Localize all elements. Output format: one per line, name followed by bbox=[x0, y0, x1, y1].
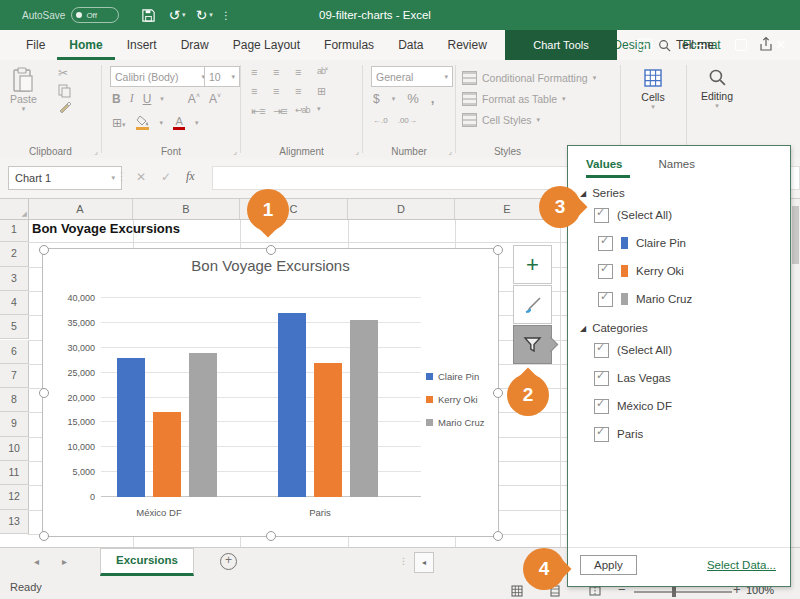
chart-selection-handle[interactable] bbox=[266, 245, 276, 255]
hscroll-left-button[interactable]: ◂ bbox=[414, 552, 434, 573]
y-axis-tick-label: 20,000 bbox=[49, 393, 95, 403]
legend-item-kerry-oki[interactable]: Kerry Oki bbox=[426, 394, 484, 405]
legend-item-claire-pin[interactable]: Claire Pin bbox=[426, 371, 484, 382]
bar-kerry-oki-m-xico-df[interactable] bbox=[153, 412, 181, 497]
sheet-nav-left-icon[interactable]: ◂ bbox=[34, 556, 39, 567]
cell-A1[interactable]: Bon Voyage Excursions bbox=[32, 221, 180, 236]
font-dialog-launcher-icon[interactable]: ⌟ bbox=[233, 147, 237, 156]
select-data-link[interactable]: Select Data... bbox=[707, 559, 776, 571]
chart-styles-button[interactable] bbox=[513, 285, 552, 324]
increase-indent-icon: ⇥≡ bbox=[273, 105, 295, 118]
category-checkbox-select-all[interactable]: ✓ bbox=[594, 343, 609, 358]
row-header-2[interactable]: 2 bbox=[0, 242, 29, 266]
chart-title[interactable]: Bon Voyage Excursions bbox=[43, 257, 498, 274]
bar-mario-cruz-paris[interactable] bbox=[350, 320, 378, 497]
zoom-slider-track[interactable] bbox=[634, 591, 732, 593]
chart-selection-handle[interactable] bbox=[39, 531, 49, 541]
number-dialog-launcher-icon[interactable]: ⌟ bbox=[448, 147, 452, 156]
column-header-B[interactable]: B bbox=[133, 199, 240, 219]
category-checkbox-las-vegas[interactable]: ✓ bbox=[594, 371, 609, 386]
autosave-toggle[interactable]: Off bbox=[71, 7, 119, 23]
ribbon-tab-formulas[interactable]: Formulas bbox=[312, 30, 386, 60]
apply-button[interactable]: Apply bbox=[580, 555, 637, 575]
ribbon-tab-page-layout[interactable]: Page Layout bbox=[221, 30, 312, 60]
bar-claire-pin-m-xico-df[interactable] bbox=[117, 358, 145, 497]
bar-mario-cruz-m-xico-df[interactable] bbox=[189, 353, 217, 497]
column-header-D[interactable]: D bbox=[348, 199, 455, 219]
ribbon-tab-file[interactable]: File bbox=[14, 30, 57, 60]
category-label-m-xico-df[interactable]: México DF bbox=[109, 507, 209, 518]
minimize-button[interactable]: — bbox=[682, 30, 716, 60]
pane-tab-values[interactable]: Values bbox=[586, 158, 622, 170]
series-section-header[interactable]: ◢ Series bbox=[580, 187, 790, 199]
column-header-A[interactable]: A bbox=[28, 199, 133, 219]
bar-claire-pin-paris[interactable] bbox=[278, 313, 306, 497]
row-header-8[interactable]: 8 bbox=[0, 388, 29, 412]
editing-button[interactable]: Editing ▾ bbox=[687, 68, 747, 110]
row-header-6[interactable]: 6 bbox=[0, 340, 29, 364]
series-checkbox-claire-pin[interactable]: ✓ bbox=[598, 236, 613, 251]
clipboard-dialog-launcher-icon[interactable]: ⌟ bbox=[94, 147, 98, 156]
chart-selection-handle[interactable] bbox=[493, 531, 503, 541]
name-box[interactable]: Chart 1 ▾ bbox=[8, 166, 122, 190]
sheet-tab-excursions[interactable]: Excursions bbox=[100, 548, 194, 576]
check-icon: ✓ bbox=[600, 234, 609, 247]
row-header-1[interactable]: 1 bbox=[0, 218, 29, 242]
normal-view-icon[interactable] bbox=[511, 585, 523, 597]
series-checkbox-select-all[interactable]: ✓ bbox=[594, 208, 609, 223]
series-checkbox-kerry-oki[interactable]: ✓ bbox=[598, 264, 613, 279]
row-header-11[interactable]: 11 bbox=[0, 461, 29, 485]
ribbon-tab-insert[interactable]: Insert bbox=[115, 30, 169, 60]
row-header-7[interactable]: 7 bbox=[0, 364, 29, 388]
row-header-4[interactable]: 4 bbox=[0, 291, 29, 315]
vertical-scrollbar[interactable] bbox=[790, 198, 800, 547]
chart-tools-context-tab[interactable]: Chart Tools bbox=[505, 30, 617, 60]
ribbon-tab-home[interactable]: Home bbox=[57, 30, 114, 60]
row-header-9[interactable]: 9 bbox=[0, 412, 29, 436]
ribbon-tab-review[interactable]: Review bbox=[435, 30, 498, 60]
category-label-paris[interactable]: Paris bbox=[270, 507, 370, 518]
vertical-scrollbar-thumb[interactable] bbox=[792, 206, 799, 264]
maximize-button[interactable] bbox=[724, 30, 758, 60]
row-header-13[interactable]: 13 bbox=[0, 510, 29, 534]
cells-button[interactable]: Cells ▾ bbox=[621, 68, 685, 111]
chart-selection-handle[interactable] bbox=[39, 245, 49, 255]
row-header-3[interactable]: 3 bbox=[0, 267, 29, 291]
redo-button[interactable]: ↻ ▾ bbox=[196, 7, 213, 23]
row-header-12[interactable]: 12 bbox=[0, 485, 29, 509]
chart-selection-handle[interactable] bbox=[266, 531, 276, 541]
alignment-dialog-launcher-icon[interactable]: ⌟ bbox=[355, 147, 359, 156]
chart-filters-button[interactable] bbox=[513, 325, 552, 364]
legend-item-mario-cruz[interactable]: Mario Cruz bbox=[426, 417, 484, 428]
undo-caret-icon: ▾ bbox=[182, 11, 186, 19]
chart-elements-button[interactable]: + bbox=[513, 245, 552, 284]
save-icon[interactable] bbox=[141, 8, 156, 23]
hscroll-grip-icon[interactable]: ⋮ bbox=[399, 556, 408, 566]
qat-more-icon[interactable]: ⋮ bbox=[221, 10, 231, 21]
ribbon-tab-data[interactable]: Data bbox=[386, 30, 435, 60]
new-sheet-button[interactable]: + bbox=[220, 553, 237, 570]
chart-selection-handle[interactable] bbox=[493, 388, 503, 398]
row-header-10[interactable]: 10 bbox=[0, 437, 29, 461]
insert-function-button[interactable]: fx bbox=[186, 169, 195, 184]
chart-selection-handle[interactable] bbox=[493, 245, 503, 255]
chart-object[interactable]: Bon Voyage Excursions 05,00010,00015,000… bbox=[42, 248, 499, 537]
sheet-nav-right-icon[interactable]: ▸ bbox=[62, 556, 67, 567]
ribbon-display-options-icon[interactable] bbox=[628, 30, 662, 60]
chart-selection-handle[interactable] bbox=[39, 388, 49, 398]
pane-tab-names[interactable]: Names bbox=[658, 158, 694, 170]
close-button[interactable]: × bbox=[764, 30, 798, 60]
series-checkbox-mario-cruz[interactable]: ✓ bbox=[598, 292, 613, 307]
ribbon-tab-draw[interactable]: Draw bbox=[169, 30, 221, 60]
row-header-5[interactable]: 5 bbox=[0, 315, 29, 339]
format-as-table-icon bbox=[462, 92, 477, 106]
category-checkbox-m-xico-df[interactable]: ✓ bbox=[594, 399, 609, 414]
bar-kerry-oki-paris[interactable] bbox=[314, 363, 342, 497]
select-all-corner[interactable]: ◢ bbox=[0, 199, 29, 219]
chart-legend[interactable]: Claire PinKerry OkiMario Cruz bbox=[426, 371, 484, 428]
zoom-slider-thumb[interactable] bbox=[672, 586, 676, 597]
category-checkbox-paris[interactable]: ✓ bbox=[594, 427, 609, 442]
categories-section-header[interactable]: ◢ Categories bbox=[580, 322, 790, 334]
undo-button[interactable]: ↺ ▾ bbox=[168, 7, 185, 23]
check-icon: ✓ bbox=[596, 397, 605, 410]
